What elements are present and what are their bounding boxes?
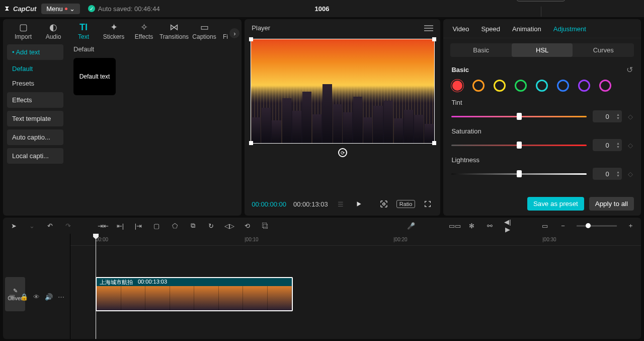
timeline-ruler[interactable]: 00:00 |00:10 |00:20 |00:30 [70, 234, 641, 246]
menu-button[interactable]: Menu ⌄ [41, 4, 80, 14]
color-blue[interactable] [557, 80, 569, 92]
split-button[interactable]: ⇥⇤ [98, 222, 107, 230]
select-tool[interactable]: ➤ [9, 222, 18, 230]
zoom-slider[interactable] [577, 225, 617, 227]
tab-audio[interactable]: ◐Audio [38, 22, 68, 40]
stepper-icon[interactable]: ▲▼ [616, 113, 620, 120]
sidebar-effects[interactable]: Effects [7, 92, 63, 108]
project-title[interactable]: 1006 [315, 5, 330, 13]
lightness-value[interactable]: 0▲▼ [593, 168, 622, 180]
tab-transitions[interactable]: ⋈Transitions [159, 22, 189, 40]
saturation-slider[interactable] [451, 145, 587, 146]
more-button[interactable]: ⋯ [58, 293, 64, 301]
mask-button[interactable]: ⬠ [170, 222, 179, 230]
color-yellow[interactable] [494, 80, 506, 92]
reset-button[interactable]: ↺ [626, 65, 633, 75]
tint-slider[interactable] [451, 116, 587, 117]
preview-axis-button[interactable]: ◀|▶ [503, 218, 512, 233]
save-preset-button[interactable]: Save as preset [527, 197, 584, 211]
tint-value[interactable]: 0▲▼ [593, 110, 622, 122]
tabs-more-button[interactable]: › [229, 28, 239, 38]
resize-handle[interactable] [432, 141, 436, 145]
subtab-curves[interactable]: Curves [573, 43, 634, 57]
keyframe-button[interactable]: ◇ [628, 170, 633, 178]
tab-stickers[interactable]: ✦Stickers [99, 22, 129, 40]
sidebar-add-text[interactable]: • Add text [7, 44, 63, 60]
redo-button[interactable]: ↷ [63, 222, 72, 230]
play-button[interactable] [353, 198, 364, 210]
player-menu-button[interactable] [424, 25, 433, 31]
saturation-value[interactable]: 0▲▼ [593, 139, 622, 151]
zoom-out-button[interactable]: − [558, 222, 568, 230]
slider-thumb[interactable] [517, 170, 522, 177]
zoom-in-button[interactable]: ＋ [626, 221, 635, 230]
video-clip[interactable]: 上海城市航拍 00:00:13:03 [96, 277, 293, 311]
keyframe-button[interactable]: ◇ [628, 142, 633, 149]
preview-frame[interactable]: ⟳ [251, 39, 435, 144]
link-button[interactable]: ✻ [467, 222, 476, 230]
stepper-icon[interactable]: ▲▼ [616, 170, 620, 177]
slider-thumb[interactable] [517, 113, 522, 120]
slider-thumb[interactable] [517, 142, 522, 149]
tab-effects[interactable]: ✧Effects [129, 22, 159, 40]
compare-button[interactable]: ☰ [335, 198, 346, 210]
color-green[interactable] [515, 80, 527, 92]
rotate-handle[interactable]: ⟳ [338, 148, 347, 157]
stepper-icon[interactable]: ▲▼ [616, 142, 620, 149]
default-text-thumb[interactable]: Default text [73, 58, 116, 95]
magnet-button[interactable]: ▭▭ [449, 222, 458, 230]
reverse-button[interactable]: ↻ [206, 222, 215, 230]
mute-button[interactable]: 🔊 [45, 293, 53, 301]
sidebar-presets[interactable]: Presets [7, 78, 63, 89]
tab-transitions-label: Transitions [159, 33, 189, 40]
tab-text[interactable]: TIText [68, 22, 99, 40]
color-orange[interactable] [472, 80, 485, 92]
resize-handle[interactable] [432, 37, 436, 41]
visibility-button[interactable]: 👁 [33, 293, 40, 301]
color-red[interactable] [452, 81, 462, 91]
shortcuts-button[interactable]: Shortcuts [517, 0, 566, 2]
color-magenta[interactable] [599, 80, 611, 92]
fullscreen-button[interactable] [422, 198, 433, 210]
copy-button[interactable]: ⧉ [188, 222, 197, 230]
crop-button[interactable]: ▢ [152, 222, 161, 230]
player-preview[interactable]: ⟳ [245, 37, 440, 194]
fit-button[interactable]: ▭ [540, 222, 549, 230]
track-toggle-button[interactable]: ▣ [9, 293, 15, 301]
resize-handle[interactable] [249, 141, 253, 145]
sidebar-add-text-label: Add text [16, 48, 40, 56]
mirror-button[interactable]: ◁▷ [224, 222, 233, 230]
select-dropdown[interactable]: ⌄ [27, 222, 36, 230]
crop-tool-button[interactable]: ⿻ [261, 222, 270, 230]
tab-captions[interactable]: ▭Captions [189, 22, 219, 40]
split-left-button[interactable]: ⇤| [116, 222, 125, 230]
ratio-button[interactable]: Ratio [396, 200, 416, 208]
color-cyan[interactable] [536, 80, 548, 92]
sidebar-default[interactable]: Default [7, 63, 63, 75]
zoom-thumb[interactable] [586, 223, 591, 228]
tab-import[interactable]: ▢Import [8, 22, 38, 40]
lock-button[interactable]: 🔒 [20, 293, 28, 301]
sidebar-auto-captions[interactable]: Auto captio... [7, 129, 63, 145]
keyframe-button[interactable]: ◇ [628, 113, 633, 120]
chain-button[interactable]: ⚯ [485, 222, 494, 230]
resize-handle[interactable] [249, 37, 253, 41]
tab-video[interactable]: Video [452, 25, 469, 33]
snapshot-button[interactable] [378, 198, 389, 210]
mic-button[interactable]: 🎤 [407, 222, 416, 230]
undo-button[interactable]: ↶ [45, 222, 54, 230]
subtab-basic[interactable]: Basic [450, 43, 512, 57]
apply-all-button[interactable]: Apply to all [589, 197, 634, 211]
subtab-hsl[interactable]: HSL [512, 43, 573, 57]
tab-adjustment[interactable]: Adjustment [553, 25, 586, 33]
split-right-button[interactable]: |⇥ [134, 222, 143, 230]
sidebar-text-template[interactable]: Text template [7, 111, 63, 126]
tab-animation[interactable]: Animation [512, 25, 541, 33]
lightness-slider[interactable] [451, 173, 587, 175]
rotate-button[interactable]: ⟲ [243, 222, 252, 230]
timeline-tracks[interactable]: 00:00 |00:10 |00:20 |00:30 上海城市航拍 00:00:… [70, 234, 641, 339]
tab-speed[interactable]: Speed [481, 25, 500, 33]
color-purple[interactable] [578, 80, 590, 92]
sidebar-local-captions[interactable]: Local capti... [7, 148, 63, 164]
main-area: ▢Import ◐Audio TIText ✦Stickers ✧Effects… [0, 17, 644, 216]
